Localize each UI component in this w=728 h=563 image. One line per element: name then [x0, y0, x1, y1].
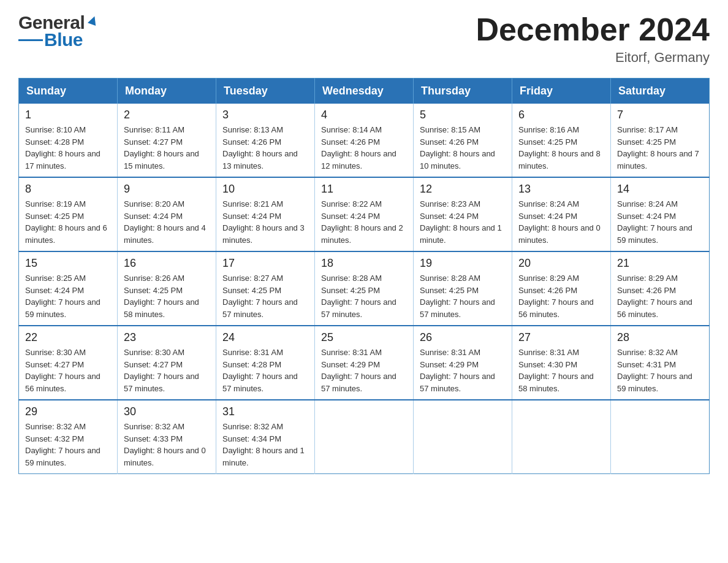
calendar-cell: 26 Sunrise: 8:31 AMSunset: 4:29 PMDaylig… — [414, 326, 512, 400]
day-number: 26 — [420, 331, 506, 344]
calendar-cell: 7 Sunrise: 8:17 AMSunset: 4:25 PMDayligh… — [611, 104, 710, 177]
day-info: Sunrise: 8:26 AMSunset: 4:25 PMDaylight:… — [124, 272, 210, 320]
day-info: Sunrise: 8:30 AMSunset: 4:27 PMDaylight:… — [25, 347, 111, 394]
calendar-cell: 13 Sunrise: 8:24 AMSunset: 4:24 PMDaylig… — [512, 177, 611, 251]
calendar-cell — [611, 400, 710, 474]
calendar-cell: 22 Sunrise: 8:30 AMSunset: 4:27 PMDaylig… — [19, 326, 118, 400]
title-area: December 2024 Eitorf, Germany — [476, 12, 710, 66]
page-header: General Blue December 2024 Eitorf, Germa… — [18, 12, 710, 66]
calendar-cell: 19 Sunrise: 8:28 AMSunset: 4:25 PMDaylig… — [414, 251, 512, 326]
day-info: Sunrise: 8:14 AMSunset: 4:26 PMDaylight:… — [321, 124, 407, 172]
day-info: Sunrise: 8:21 AMSunset: 4:24 PMDaylight:… — [222, 198, 308, 246]
header-sunday: Sunday — [19, 79, 118, 104]
week-row-3: 15 Sunrise: 8:25 AMSunset: 4:24 PMDaylig… — [19, 251, 710, 326]
day-number: 31 — [222, 405, 308, 418]
day-number: 24 — [222, 331, 308, 344]
week-row-2: 8 Sunrise: 8:19 AMSunset: 4:25 PMDayligh… — [19, 177, 710, 251]
svg-marker-0 — [88, 15, 99, 26]
calendar-cell: 27 Sunrise: 8:31 AMSunset: 4:30 PMDaylig… — [512, 326, 611, 400]
day-number: 25 — [321, 331, 407, 344]
header-monday: Monday — [118, 79, 216, 104]
month-title: December 2024 — [476, 12, 710, 47]
location: Eitorf, Germany — [476, 50, 710, 66]
day-info: Sunrise: 8:24 AMSunset: 4:24 PMDaylight:… — [617, 198, 703, 246]
calendar-cell: 6 Sunrise: 8:16 AMSunset: 4:25 PMDayligh… — [512, 104, 611, 177]
day-info: Sunrise: 8:28 AMSunset: 4:25 PMDaylight:… — [321, 272, 407, 320]
calendar-cell: 4 Sunrise: 8:14 AMSunset: 4:26 PMDayligh… — [315, 104, 414, 177]
week-row-4: 22 Sunrise: 8:30 AMSunset: 4:27 PMDaylig… — [19, 326, 710, 400]
day-number: 28 — [617, 331, 703, 344]
day-number: 3 — [222, 109, 308, 121]
day-info: Sunrise: 8:32 AMSunset: 4:32 PMDaylight:… — [25, 421, 111, 469]
calendar-cell: 30 Sunrise: 8:32 AMSunset: 4:33 PMDaylig… — [118, 400, 216, 474]
day-info: Sunrise: 8:29 AMSunset: 4:26 PMDaylight:… — [518, 272, 604, 320]
calendar-cell: 18 Sunrise: 8:28 AMSunset: 4:25 PMDaylig… — [315, 251, 414, 326]
day-number: 13 — [518, 183, 604, 196]
day-info: Sunrise: 8:31 AMSunset: 4:29 PMDaylight:… — [321, 347, 407, 394]
day-info: Sunrise: 8:17 AMSunset: 4:25 PMDaylight:… — [617, 124, 703, 172]
calendar-cell: 3 Sunrise: 8:13 AMSunset: 4:26 PMDayligh… — [216, 104, 315, 177]
calendar-cell: 20 Sunrise: 8:29 AMSunset: 4:26 PMDaylig… — [512, 251, 611, 326]
day-number: 12 — [420, 183, 506, 196]
day-info: Sunrise: 8:24 AMSunset: 4:24 PMDaylight:… — [518, 198, 604, 246]
day-info: Sunrise: 8:32 AMSunset: 4:33 PMDaylight:… — [124, 421, 210, 469]
calendar-cell: 15 Sunrise: 8:25 AMSunset: 4:24 PMDaylig… — [19, 251, 118, 326]
logo-blue-text: Blue — [44, 29, 83, 50]
day-info: Sunrise: 8:10 AMSunset: 4:28 PMDaylight:… — [25, 124, 111, 172]
day-number: 29 — [25, 405, 111, 418]
week-row-1: 1 Sunrise: 8:10 AMSunset: 4:28 PMDayligh… — [19, 104, 710, 177]
day-number: 18 — [321, 257, 407, 270]
week-row-5: 29 Sunrise: 8:32 AMSunset: 4:32 PMDaylig… — [19, 400, 710, 474]
calendar-cell: 28 Sunrise: 8:32 AMSunset: 4:31 PMDaylig… — [611, 326, 710, 400]
day-number: 11 — [321, 183, 407, 196]
day-info: Sunrise: 8:31 AMSunset: 4:29 PMDaylight:… — [420, 347, 506, 394]
day-number: 16 — [124, 257, 210, 270]
day-info: Sunrise: 8:31 AMSunset: 4:30 PMDaylight:… — [518, 347, 604, 394]
calendar-cell: 24 Sunrise: 8:31 AMSunset: 4:28 PMDaylig… — [216, 326, 315, 400]
calendar-cell: 10 Sunrise: 8:21 AMSunset: 4:24 PMDaylig… — [216, 177, 315, 251]
header-tuesday: Tuesday — [216, 79, 315, 104]
calendar-cell: 8 Sunrise: 8:19 AMSunset: 4:25 PMDayligh… — [19, 177, 118, 251]
header-saturday: Saturday — [611, 79, 710, 104]
calendar-table: SundayMondayTuesdayWednesdayThursdayFrid… — [18, 78, 710, 474]
calendar-cell: 16 Sunrise: 8:26 AMSunset: 4:25 PMDaylig… — [118, 251, 216, 326]
day-number: 15 — [25, 257, 111, 270]
day-info: Sunrise: 8:27 AMSunset: 4:25 PMDaylight:… — [222, 272, 308, 320]
calendar-cell: 5 Sunrise: 8:15 AMSunset: 4:26 PMDayligh… — [414, 104, 512, 177]
calendar-cell: 25 Sunrise: 8:31 AMSunset: 4:29 PMDaylig… — [315, 326, 414, 400]
day-info: Sunrise: 8:29 AMSunset: 4:26 PMDaylight:… — [617, 272, 703, 320]
day-number: 10 — [222, 183, 308, 196]
header-thursday: Thursday — [414, 79, 512, 104]
day-info: Sunrise: 8:22 AMSunset: 4:24 PMDaylight:… — [321, 198, 407, 246]
calendar-cell — [512, 400, 611, 474]
day-number: 1 — [25, 109, 111, 121]
day-number: 7 — [617, 109, 703, 121]
day-info: Sunrise: 8:16 AMSunset: 4:25 PMDaylight:… — [518, 124, 604, 172]
day-number: 19 — [420, 257, 506, 270]
day-info: Sunrise: 8:31 AMSunset: 4:28 PMDaylight:… — [222, 347, 308, 394]
day-number: 23 — [124, 331, 210, 344]
logo-triangle-icon — [86, 13, 100, 29]
day-info: Sunrise: 8:32 AMSunset: 4:31 PMDaylight:… — [617, 347, 703, 394]
calendar-cell: 12 Sunrise: 8:23 AMSunset: 4:24 PMDaylig… — [414, 177, 512, 251]
calendar-cell: 9 Sunrise: 8:20 AMSunset: 4:24 PMDayligh… — [118, 177, 216, 251]
calendar-cell: 17 Sunrise: 8:27 AMSunset: 4:25 PMDaylig… — [216, 251, 315, 326]
calendar-cell: 31 Sunrise: 8:32 AMSunset: 4:34 PMDaylig… — [216, 400, 315, 474]
calendar-header-row: SundayMondayTuesdayWednesdayThursdayFrid… — [19, 79, 710, 104]
calendar-cell: 14 Sunrise: 8:24 AMSunset: 4:24 PMDaylig… — [611, 177, 710, 251]
calendar-cell — [315, 400, 414, 474]
header-wednesday: Wednesday — [315, 79, 414, 104]
day-number: 22 — [25, 331, 111, 344]
day-info: Sunrise: 8:23 AMSunset: 4:24 PMDaylight:… — [420, 198, 506, 246]
day-number: 27 — [518, 331, 604, 344]
day-info: Sunrise: 8:20 AMSunset: 4:24 PMDaylight:… — [124, 198, 210, 246]
calendar-cell: 23 Sunrise: 8:30 AMSunset: 4:27 PMDaylig… — [118, 326, 216, 400]
day-number: 17 — [222, 257, 308, 270]
day-number: 21 — [617, 257, 703, 270]
calendar-cell: 1 Sunrise: 8:10 AMSunset: 4:28 PMDayligh… — [19, 104, 118, 177]
calendar-cell: 11 Sunrise: 8:22 AMSunset: 4:24 PMDaylig… — [315, 177, 414, 251]
day-info: Sunrise: 8:15 AMSunset: 4:26 PMDaylight:… — [420, 124, 506, 172]
day-number: 5 — [420, 109, 506, 121]
calendar-cell: 29 Sunrise: 8:32 AMSunset: 4:32 PMDaylig… — [19, 400, 118, 474]
day-info: Sunrise: 8:32 AMSunset: 4:34 PMDaylight:… — [222, 421, 308, 469]
